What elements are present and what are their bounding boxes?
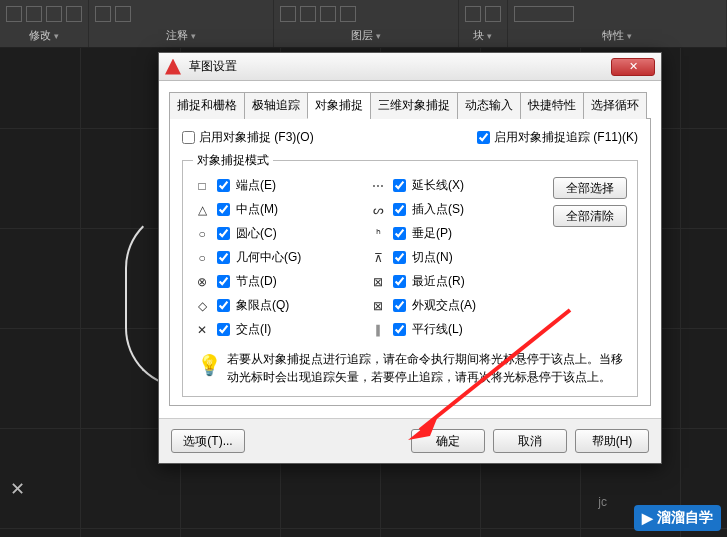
- tab-dynamic-input[interactable]: 动态输入: [457, 92, 521, 119]
- ribbon-panel-block[interactable]: 块: [459, 0, 508, 47]
- osnap-mode-left-4[interactable]: ⊗节点(D): [193, 273, 369, 290]
- osnap-mode-checkbox[interactable]: [393, 275, 406, 288]
- titlebar[interactable]: 草图设置 ✕: [159, 53, 661, 81]
- clear-all-button[interactable]: 全部清除: [553, 205, 627, 227]
- dialog-title: 草图设置: [187, 58, 611, 75]
- osnap-mode-icon: ⊼: [369, 251, 387, 265]
- tab-quick-props[interactable]: 快捷特性: [520, 92, 584, 119]
- ribbon-panel-annotate[interactable]: 注释: [89, 0, 274, 47]
- hint-text: 若要从对象捕捉点进行追踪，请在命令执行期间将光标悬停于该点上。当移动光标时会出现…: [227, 350, 623, 386]
- modes-col-left: □端点(E)△中点(M)○圆心(C)○几何中心(G)⊗节点(D)◇象限点(Q)✕…: [193, 177, 369, 338]
- osnap-mode-left-2[interactable]: ○圆心(C): [193, 225, 369, 242]
- osnap-mode-checkbox[interactable]: [393, 251, 406, 264]
- panel-title: 图层: [280, 26, 452, 45]
- osnap-mode-checkbox[interactable]: [393, 203, 406, 216]
- tab-3d-osnap[interactable]: 三维对象捕捉: [370, 92, 458, 119]
- tab-snap-grid[interactable]: 捕捉和栅格: [169, 92, 245, 119]
- osnap-mode-icon: ◇: [193, 299, 211, 313]
- osnap-mode-icon: △: [193, 203, 211, 217]
- osnap-mode-right-4[interactable]: ⊠最近点(R): [369, 273, 545, 290]
- osnap-mode-icon: ✕: [193, 323, 211, 337]
- osnap-mode-right-1[interactable]: ᔕ插入点(S): [369, 201, 545, 218]
- osnap-mode-left-5[interactable]: ◇象限点(Q): [193, 297, 369, 314]
- play-icon: ▶: [642, 510, 653, 526]
- tab-polar[interactable]: 极轴追踪: [244, 92, 308, 119]
- osnap-mode-right-3[interactable]: ⊼切点(N): [369, 249, 545, 266]
- osnap-mode-label: 交点(I): [236, 321, 271, 338]
- osnap-mode-left-6[interactable]: ✕交点(I): [193, 321, 369, 338]
- osnap-mode-icon: ʰ: [369, 227, 387, 241]
- legend: 对象捕捉模式: [193, 152, 273, 169]
- osnap-mode-icon: ⊠: [369, 299, 387, 313]
- label: 启用对象捕捉 (F3)(O): [199, 129, 314, 146]
- osnap-mode-icon: ⊠: [369, 275, 387, 289]
- osnap-mode-label: 几何中心(G): [236, 249, 301, 266]
- osnap-mode-checkbox[interactable]: [217, 299, 230, 312]
- osnap-mode-right-5[interactable]: ⊠外观交点(A): [369, 297, 545, 314]
- osnap-mode-icon: ⋯: [369, 179, 387, 193]
- panel-title: 注释: [95, 26, 267, 45]
- osnap-mode-icon: ⊗: [193, 275, 211, 289]
- select-all-button[interactable]: 全部选择: [553, 177, 627, 199]
- ribbon-panel-modify[interactable]: 修改: [0, 0, 89, 47]
- osnap-mode-checkbox[interactable]: [393, 227, 406, 240]
- osnap-mode-checkbox[interactable]: [217, 323, 230, 336]
- osnap-mode-checkbox[interactable]: [393, 299, 406, 312]
- cancel-button[interactable]: 取消: [493, 429, 567, 453]
- panel-title: 特性: [514, 26, 720, 45]
- enable-track-checkbox[interactable]: 启用对象捕捉追踪 (F11)(K): [477, 129, 638, 146]
- osnap-mode-right-2[interactable]: ʰ垂足(P): [369, 225, 545, 242]
- modes-col-right: ⋯延长线(X)ᔕ插入点(S)ʰ垂足(P)⊼切点(N)⊠最近点(R)⊠外观交点(A…: [369, 177, 545, 338]
- osnap-mode-right-0[interactable]: ⋯延长线(X): [369, 177, 545, 194]
- osnap-mode-label: 切点(N): [412, 249, 453, 266]
- osnap-mode-right-6[interactable]: ∥平行线(L): [369, 321, 545, 338]
- osnap-mode-checkbox[interactable]: [217, 275, 230, 288]
- osnap-mode-checkbox[interactable]: [393, 179, 406, 192]
- panel-title: 块: [465, 26, 501, 45]
- osnap-mode-icon: □: [193, 179, 211, 193]
- osnap-mode-left-0[interactable]: □端点(E): [193, 177, 369, 194]
- osnap-mode-label: 圆心(C): [236, 225, 277, 242]
- tab-selection-cycling[interactable]: 选择循环: [583, 92, 647, 119]
- bulb-icon: 💡: [197, 350, 219, 378]
- enable-osnap-checkbox[interactable]: 启用对象捕捉 (F3)(O): [182, 129, 314, 146]
- x-mark: ✕: [10, 478, 25, 500]
- tabs: 捕捉和栅格 极轴追踪 对象捕捉 三维对象捕捉 动态输入 快捷特性 选择循环: [169, 91, 651, 119]
- osnap-mode-label: 插入点(S): [412, 201, 464, 218]
- osnap-mode-icon: ᔕ: [369, 203, 387, 217]
- osnap-mode-icon: ∥: [369, 323, 387, 337]
- tab-object-snap[interactable]: 对象捕捉: [307, 92, 371, 119]
- ribbon-panel-properties[interactable]: 特性: [508, 0, 727, 47]
- osnap-mode-checkbox[interactable]: [217, 203, 230, 216]
- osnap-modes-fieldset: 对象捕捉模式 □端点(E)△中点(M)○圆心(C)○几何中心(G)⊗节点(D)◇…: [182, 152, 638, 397]
- osnap-mode-label: 垂足(P): [412, 225, 452, 242]
- osnap-mode-label: 外观交点(A): [412, 297, 476, 314]
- osnap-mode-checkbox[interactable]: [217, 179, 230, 192]
- panel-title: 修改: [6, 26, 82, 45]
- tab-content: 启用对象捕捉 (F3)(O) 启用对象捕捉追踪 (F11)(K) 对象捕捉模式 …: [169, 119, 651, 406]
- watermark-jc: jc: [598, 495, 607, 509]
- ribbon-panel-layer[interactable]: 图层: [274, 0, 459, 47]
- dialog-body: 捕捉和栅格 极轴追踪 对象捕捉 三维对象捕捉 动态输入 快捷特性 选择循环 启用…: [159, 81, 661, 418]
- osnap-mode-label: 最近点(R): [412, 273, 465, 290]
- drafting-settings-dialog: 草图设置 ✕ 捕捉和栅格 极轴追踪 对象捕捉 三维对象捕捉 动态输入 快捷特性 …: [158, 52, 662, 464]
- options-button[interactable]: 选项(T)...: [171, 429, 245, 453]
- osnap-mode-label: 端点(E): [236, 177, 276, 194]
- osnap-mode-label: 节点(D): [236, 273, 277, 290]
- app-icon: [165, 59, 181, 75]
- watermark-badge: ▶ 溜溜自学: [634, 505, 721, 531]
- osnap-mode-icon: ○: [193, 227, 211, 241]
- osnap-mode-icon: ○: [193, 251, 211, 265]
- osnap-mode-checkbox[interactable]: [217, 251, 230, 264]
- watermark: ▶ 溜溜自学: [634, 505, 721, 531]
- osnap-mode-label: 延长线(X): [412, 177, 464, 194]
- ok-button[interactable]: 确定: [411, 429, 485, 453]
- osnap-mode-left-1[interactable]: △中点(M): [193, 201, 369, 218]
- close-button[interactable]: ✕: [611, 58, 655, 76]
- osnap-mode-checkbox[interactable]: [393, 323, 406, 336]
- brand-text: 溜溜自学: [657, 509, 713, 527]
- osnap-mode-checkbox[interactable]: [217, 227, 230, 240]
- osnap-mode-left-3[interactable]: ○几何中心(G): [193, 249, 369, 266]
- help-button[interactable]: 帮助(H): [575, 429, 649, 453]
- osnap-mode-label: 中点(M): [236, 201, 278, 218]
